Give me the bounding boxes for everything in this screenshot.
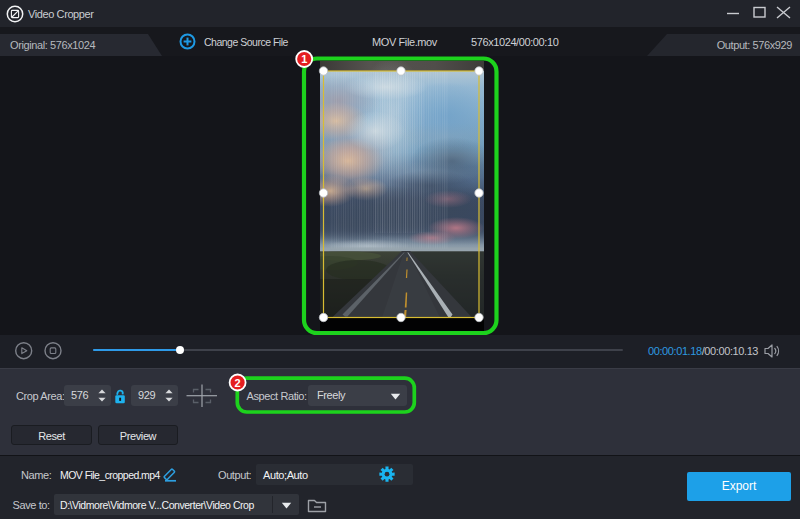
svg-text:1: 1 (301, 53, 307, 65)
svg-text:2: 2 (235, 377, 241, 389)
